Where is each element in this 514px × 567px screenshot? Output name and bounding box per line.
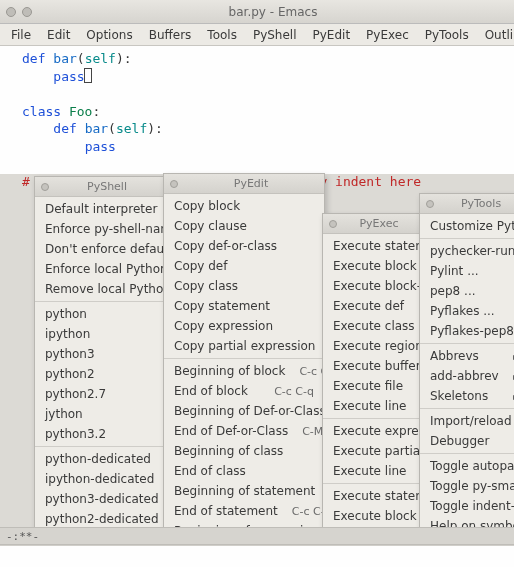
menu-item[interactable]: Skeletons▸ (420, 386, 514, 406)
menu-item[interactable]: ipython-dedicated (35, 469, 165, 489)
menu-item[interactable]: Enforce py-shell-name (35, 219, 165, 239)
menu-separator (35, 446, 165, 447)
menu-item[interactable]: Execute line (323, 396, 421, 416)
menu-item[interactable]: Pyflakes-pep8 ... (420, 321, 514, 341)
menu-item[interactable]: Beginning of statementC-c C-p (164, 481, 324, 501)
close-icon[interactable] (170, 180, 178, 188)
menu-item[interactable]: End of blockC-c C-q (164, 381, 324, 401)
menu-item[interactable]: Don't enforce default interp (35, 239, 165, 259)
menu-item[interactable]: Execute line (323, 461, 421, 481)
menu-item[interactable]: Default interpreter (35, 199, 165, 219)
menu-separator (323, 418, 421, 419)
menu-item[interactable]: Execute expression (323, 421, 421, 441)
code-token: def (53, 121, 76, 136)
code-token: bar (85, 121, 108, 136)
menu-item-label: add-abbrev (430, 369, 499, 383)
menu-item[interactable]: Pylint ... (420, 261, 514, 281)
menu-item[interactable]: Beginning of Def-or-ClassC-M-a (164, 401, 324, 421)
menu-item[interactable]: Execute buffer (323, 356, 421, 376)
close-icon[interactable] (426, 200, 434, 208)
menu-item-accel: C-c C-q (274, 385, 314, 398)
code-token: self (116, 121, 147, 136)
menu-item[interactable]: python2-dedicated (35, 509, 165, 529)
menu-item[interactable]: Customize Python m (420, 216, 514, 236)
menu-item[interactable]: Execute statement ...▸ (323, 486, 421, 506)
window-titlebar: bar.py - Emacs (0, 0, 514, 24)
menu-item[interactable]: python (35, 304, 165, 324)
menu-item[interactable]: Execute def (323, 296, 421, 316)
menu-outline[interactable]: Outline (478, 26, 514, 44)
menu-titlebar: PyExec (323, 214, 421, 234)
menu-item[interactable]: Execute block (323, 256, 421, 276)
menu-item[interactable]: Execute block ...▸ (323, 506, 421, 526)
menu-item[interactable]: Execute file (323, 376, 421, 396)
menu-file[interactable]: File (4, 26, 38, 44)
menu-item[interactable]: Beginning of blockC-c C-u (164, 361, 324, 381)
menu-item[interactable]: Enforce local Python shell (35, 259, 165, 279)
code-token: bar (53, 51, 76, 66)
close-icon[interactable] (41, 183, 49, 191)
menu-item[interactable]: python3-dedicated (35, 489, 165, 509)
close-icon[interactable] (6, 7, 16, 17)
menu-item[interactable]: python-dedicated (35, 449, 165, 469)
menu-item[interactable]: jython (35, 404, 165, 424)
menu-edit[interactable]: Edit (40, 26, 77, 44)
menu-item-label: Toggle indent-tabs-m (430, 499, 514, 513)
menu-titlebar: PyEdit (164, 174, 324, 194)
menu-item[interactable]: Beginning of class (164, 441, 324, 461)
menu-item[interactable]: Copy def (164, 256, 324, 276)
menu-item-label: python-dedicated (45, 452, 151, 466)
menu-item[interactable]: Execute statement (323, 236, 421, 256)
menu-item[interactable]: Toggle indent-tabs-m (420, 496, 514, 516)
menu-item[interactable]: Copy expression (164, 316, 324, 336)
menu-buffers[interactable]: Buffers (142, 26, 199, 44)
menu-item-label: End of block (174, 384, 248, 398)
menu-item[interactable]: Abbrevs▸ (420, 346, 514, 366)
menu-separator (35, 301, 165, 302)
menu-item[interactable]: Copy partial expression (164, 336, 324, 356)
menu-item[interactable]: Toggle py-smart-inde (420, 476, 514, 496)
menu-pytools[interactable]: PyTools (418, 26, 476, 44)
menu-item[interactable]: Execute partial-expr (323, 441, 421, 461)
menu-pyexec[interactable]: PyExec (359, 26, 416, 44)
menu-item[interactable]: ipython (35, 324, 165, 344)
menu-item[interactable]: End of class (164, 461, 324, 481)
menu-item[interactable]: python3.2 (35, 424, 165, 444)
editor-buffer[interactable]: def bar(self): pass class Foo: def bar(s… (0, 46, 514, 174)
menu-item-label: Pyflakes-pep8 ... (430, 324, 514, 338)
menu-item[interactable]: Import/reload file (420, 411, 514, 431)
menu-item[interactable]: Debugger (420, 431, 514, 451)
menu-item[interactable]: pep8 ... (420, 281, 514, 301)
menu-item[interactable]: python2 (35, 364, 165, 384)
menu-item[interactable]: Toggle autopair-mod (420, 456, 514, 476)
window-title: bar.py - Emacs (38, 5, 508, 19)
menu-item[interactable]: Copy clause (164, 216, 324, 236)
menu-item[interactable]: Execute class (323, 316, 421, 336)
menu-item-label: Execute block (333, 259, 417, 273)
menu-item[interactable]: python2.7 (35, 384, 165, 404)
menu-item[interactable]: add-abbrev▸ (420, 366, 514, 386)
menu-options[interactable]: Options (79, 26, 139, 44)
menu-item[interactable]: Copy class (164, 276, 324, 296)
menu-item[interactable]: End of statementC-c C- (164, 501, 324, 521)
menu-item-label: End of statement (174, 504, 278, 518)
menu-item[interactable]: pychecker-run (420, 241, 514, 261)
menu-pyedit[interactable]: PyEdit (306, 26, 358, 44)
menu-item[interactable]: Execute block-or-cla (323, 276, 421, 296)
close-icon[interactable] (329, 220, 337, 228)
menu-item[interactable]: End of Def-or-ClassC-M-e (164, 421, 324, 441)
menu-item[interactable]: Execute region (323, 336, 421, 356)
menu-tools[interactable]: Tools (200, 26, 244, 44)
menu-item-label: Beginning of block (174, 364, 285, 378)
menu-item[interactable]: python3 (35, 344, 165, 364)
menu-item[interactable]: Copy def-or-class (164, 236, 324, 256)
menu-item[interactable]: Copy block (164, 196, 324, 216)
menu-item[interactable]: Copy statement (164, 296, 324, 316)
menu-item[interactable]: Remove local Python shell e (35, 279, 165, 299)
code-token: ( (77, 51, 85, 66)
minimize-icon[interactable] (22, 7, 32, 17)
minibuffer[interactable] (0, 545, 514, 567)
menu-item-label: Import/reload file (430, 414, 514, 428)
menu-item[interactable]: Pyflakes ... (420, 301, 514, 321)
menu-pyshell[interactable]: PyShell (246, 26, 304, 44)
